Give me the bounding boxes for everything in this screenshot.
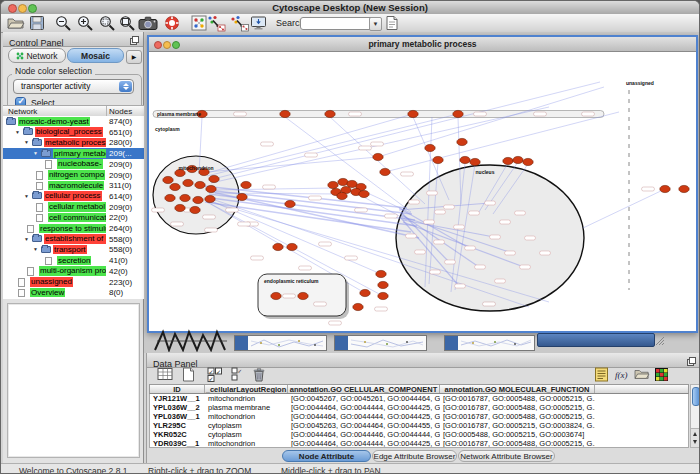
table-row[interactable]: YJR121W__1mitochondrion[GO:0045267, GO:0…	[150, 394, 688, 403]
snapshot-camera-icon[interactable]	[138, 15, 158, 31]
network-node[interactable]	[359, 190, 369, 197]
network-node[interactable]	[180, 194, 190, 201]
column-header-molecular-function[interactable]: annotation.GO MOLECULAR_FUNCTION	[440, 385, 595, 393]
expand-arrow-icon[interactable]: ▼	[24, 193, 29, 199]
float-panel-icon[interactable]	[130, 35, 139, 49]
birdseye-view[interactable]	[7, 303, 140, 458]
network-node[interactable]	[328, 181, 338, 188]
import-network-icon[interactable]	[207, 15, 225, 31]
expand-arrow-icon[interactable]: ▼	[24, 236, 29, 242]
help-lifering-icon[interactable]	[164, 15, 182, 31]
minimized-window-bar[interactable]	[537, 333, 655, 347]
zoom-in-icon[interactable]	[77, 15, 95, 31]
expand-arrow-icon[interactable]: ▼	[33, 246, 38, 252]
node-color-dropdown[interactable]: transporter activity	[13, 79, 134, 94]
network-node[interactable]	[287, 243, 297, 250]
control-panel-header[interactable]: Control Panel	[3, 32, 143, 47]
tab-overflow-arrow-icon[interactable]: ▶	[126, 50, 142, 64]
tab-network[interactable]: Network	[8, 48, 66, 63]
search-options-icon[interactable]	[385, 15, 403, 31]
new-attribute-icon[interactable]	[182, 367, 199, 383]
heatmap-icon[interactable]	[654, 367, 671, 383]
zoom-out-icon[interactable]	[55, 15, 73, 31]
network-node[interactable]	[298, 292, 308, 299]
network-node[interactable]	[285, 200, 295, 207]
network-node[interactable]	[163, 176, 173, 183]
tree-item-overview[interactable]: Overview8(0)	[3, 287, 144, 298]
tree-item-nitrogen-compo[interactable]: nitrogen compo209(0)	[3, 170, 144, 181]
network-node[interactable]	[380, 168, 390, 175]
network-node[interactable]	[170, 183, 180, 190]
network-node[interactable]	[470, 158, 480, 165]
network-node[interactable]	[660, 185, 670, 192]
open-attribute-folder-icon[interactable]	[634, 367, 651, 383]
nodes-column-header[interactable]: Nodes	[109, 107, 132, 116]
network-node[interactable]	[503, 157, 513, 164]
tab-network-attribute-browser[interactable]: Network Attribute Browser	[458, 450, 555, 462]
minimized-network-scribble[interactable]	[153, 329, 231, 356]
open-folder-icon[interactable]	[7, 15, 25, 31]
network-view-window[interactable]: primary metabolic process plasma membran…	[147, 35, 698, 333]
network-node[interactable]	[679, 185, 689, 192]
tree-item-metabolic-process[interactable]: ▼metabolic process280(0)	[3, 137, 144, 148]
export-monitor-icon[interactable]	[250, 15, 268, 31]
minimized-window-thumb[interactable]	[234, 335, 327, 351]
network-node[interactable]	[325, 110, 335, 117]
table-row[interactable]: YPL036W__2plasma membrane[GO:0044464, GO…	[150, 403, 688, 412]
tree-item-primary-metabo[interactable]: ▼primary metabo209(...	[3, 148, 144, 159]
network-node[interactable]	[237, 193, 247, 200]
search-input[interactable]	[300, 17, 374, 30]
table-row[interactable]: YLR295Ccytoplasm[GO:0045263, GO:0044464,…	[150, 421, 688, 430]
tab-mosaic[interactable]: Mosaic	[67, 48, 124, 63]
tree-item-cell-communicat[interactable]: cell communicat22(0)	[3, 212, 144, 223]
tree-item-macromolecule[interactable]: macromolecule311(0)	[3, 180, 144, 191]
network-node[interactable]	[165, 194, 175, 201]
zoom-fit-icon[interactable]	[119, 15, 137, 31]
network-node[interactable]	[408, 110, 418, 117]
network-node[interactable]	[433, 156, 443, 163]
network-node[interactable]	[241, 181, 251, 188]
network-column-header[interactable]: Network	[8, 107, 37, 116]
tree-item-cellular-process[interactable]: ▼cellular process614(0)	[3, 191, 144, 202]
network-node[interactable]	[337, 192, 347, 199]
network-node[interactable]	[190, 206, 200, 213]
network-canvas[interactable]: plasma membranecytoplasmmitochondrionnuc…	[149, 52, 696, 331]
minimized-window-thumb[interactable]	[334, 335, 427, 351]
network-node[interactable]	[175, 204, 185, 211]
tree-item-secretion[interactable]: secretion41(0)	[3, 255, 144, 266]
zoom-selected-icon[interactable]	[99, 15, 117, 31]
network-node[interactable]	[378, 292, 388, 299]
unselect-attributes-icon[interactable]: ✓	[230, 367, 247, 383]
delete-attribute-trash-icon[interactable]	[252, 367, 269, 383]
network-node[interactable]	[209, 175, 219, 182]
network-node[interactable]	[523, 158, 533, 165]
table-row[interactable]: YKR052Ccytoplasm[GO:0044464, GO:0044446,…	[150, 430, 688, 439]
network-node[interactable]	[376, 270, 386, 277]
network-node[interactable]	[193, 196, 203, 203]
network-node[interactable]	[206, 185, 216, 192]
network-node[interactable]	[460, 156, 470, 163]
tree-item-cellular-metabol[interactable]: cellular metabol209(0)	[3, 202, 144, 213]
network-window-titlebar[interactable]: primary metabolic process	[149, 37, 696, 52]
expand-arrow-icon[interactable]: ▼	[33, 150, 38, 156]
scrollbar-thumb[interactable]	[692, 387, 700, 406]
tree-item-biological-process[interactable]: ▼biological_process651(0)	[3, 127, 144, 138]
import-attribute-list-icon[interactable]	[594, 367, 611, 383]
search-dropdown-arrow-icon[interactable]: ▼	[369, 17, 382, 31]
network-node[interactable]	[271, 292, 281, 299]
network-node[interactable]	[378, 281, 388, 288]
network-node[interactable]	[453, 110, 463, 117]
network-node[interactable]	[195, 181, 205, 188]
tab-node-attribute-browser[interactable]: Node Attribute Browser	[282, 450, 371, 462]
expand-arrow-icon[interactable]: ▼	[24, 139, 29, 145]
network-node[interactable]	[183, 179, 193, 186]
network-node[interactable]	[205, 195, 215, 202]
import-attributes-icon[interactable]	[230, 15, 248, 31]
minimized-window-thumb[interactable]	[444, 335, 535, 351]
tree-item-transport[interactable]: ▼transport558(0)	[3, 244, 144, 255]
network-node[interactable]	[360, 289, 370, 296]
network-node[interactable]	[353, 303, 363, 310]
resize-grip-icon[interactable]	[654, 332, 665, 350]
expand-arrow-icon[interactable]: ▼	[15, 129, 20, 135]
tree-item-establishment-of-lo[interactable]: ▼establishment of lo558(0)	[3, 234, 144, 245]
